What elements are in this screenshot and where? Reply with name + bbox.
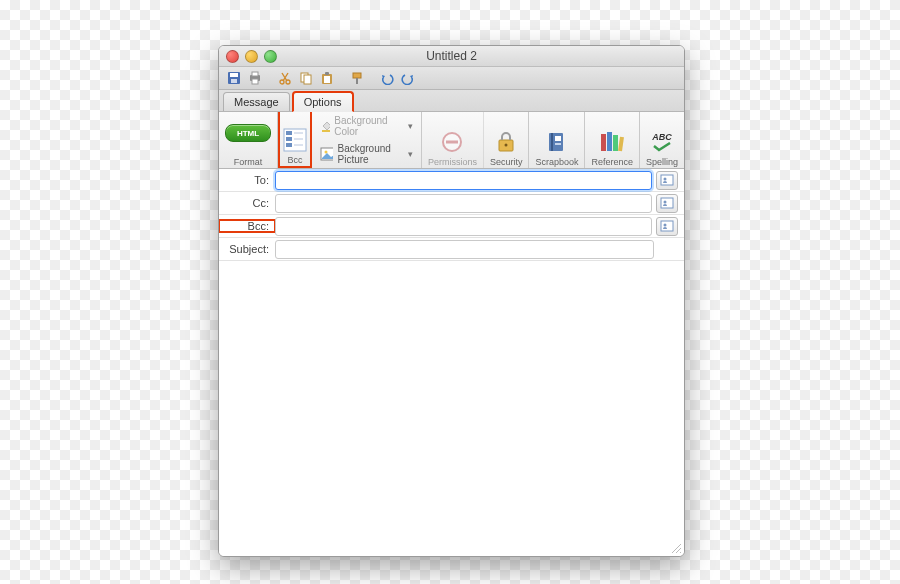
paste-icon[interactable] xyxy=(318,70,336,87)
svg-rect-41 xyxy=(661,221,673,231)
svg-rect-14 xyxy=(356,78,358,84)
redo-icon[interactable] xyxy=(399,70,417,87)
subject-input[interactable] xyxy=(275,240,654,259)
svg-rect-2 xyxy=(231,79,237,83)
svg-rect-32 xyxy=(555,143,561,145)
svg-point-6 xyxy=(280,80,284,84)
svg-rect-11 xyxy=(324,76,330,83)
tab-message[interactable]: Message xyxy=(223,92,290,111)
chevron-down-icon: ▾ xyxy=(408,121,413,131)
svg-line-43 xyxy=(672,544,681,553)
spellcheck-icon: ABC xyxy=(648,128,676,156)
format-label: Format xyxy=(234,157,263,167)
bcc-input[interactable] xyxy=(275,217,652,236)
svg-rect-30 xyxy=(551,133,553,151)
tab-options[interactable]: Options xyxy=(292,91,354,112)
svg-point-42 xyxy=(664,224,667,227)
svg-rect-34 xyxy=(607,132,612,151)
to-input[interactable] xyxy=(275,171,652,190)
undo-icon[interactable] xyxy=(378,70,396,87)
format-group[interactable]: HTML Format xyxy=(219,112,278,168)
bcc-label: Bcc xyxy=(287,155,302,165)
svg-rect-36 xyxy=(618,137,624,151)
svg-point-28 xyxy=(505,144,508,147)
svg-rect-26 xyxy=(446,141,458,144)
security-button[interactable]: Security xyxy=(484,112,530,168)
ribbon-tabs: Message Options xyxy=(219,90,684,112)
bcc-icon xyxy=(281,126,309,154)
paint-bucket-icon xyxy=(320,120,330,132)
scrapbook-button[interactable]: Scrapbook xyxy=(529,112,585,168)
html-pill: HTML xyxy=(225,124,271,142)
address-book-icon xyxy=(660,174,674,186)
svg-rect-9 xyxy=(304,75,311,84)
message-body[interactable] xyxy=(219,261,684,556)
svg-point-7 xyxy=(286,80,290,84)
background-color-button[interactable]: Background Color ▾ xyxy=(320,114,413,138)
svg-rect-37 xyxy=(661,175,673,185)
copy-icon[interactable] xyxy=(297,70,315,87)
svg-rect-4 xyxy=(252,72,258,76)
close-window-button[interactable] xyxy=(226,50,239,63)
lock-icon xyxy=(492,128,520,156)
print-icon[interactable] xyxy=(246,70,264,87)
to-label: To: xyxy=(219,174,275,186)
background-group: Background Color ▾ Background Picture ▾ xyxy=(312,112,422,168)
svg-line-45 xyxy=(680,552,681,553)
picture-icon xyxy=(320,147,333,161)
svg-rect-22 xyxy=(322,130,330,132)
to-contacts-button[interactable] xyxy=(656,171,678,190)
bcc-contacts-button[interactable] xyxy=(656,217,678,236)
window-title: Untitled 2 xyxy=(219,49,684,63)
ribbon-options: HTML Format Bcc Background Color ▾ Backg… xyxy=(219,112,684,169)
resize-grip-icon[interactable] xyxy=(670,542,682,554)
no-entry-icon xyxy=(438,128,466,156)
svg-rect-13 xyxy=(353,73,361,78)
bcc-label: Bcc: xyxy=(219,220,275,232)
svg-rect-16 xyxy=(286,131,292,135)
svg-point-38 xyxy=(664,178,667,181)
cc-input[interactable] xyxy=(275,194,652,213)
bcc-toggle-button[interactable]: Bcc xyxy=(278,112,312,168)
svg-rect-17 xyxy=(286,137,292,141)
background-picture-button[interactable]: Background Picture ▾ xyxy=(320,142,413,166)
save-icon[interactable] xyxy=(225,70,243,87)
cut-icon[interactable] xyxy=(276,70,294,87)
svg-rect-39 xyxy=(661,198,673,208)
svg-rect-33 xyxy=(601,134,606,151)
minimize-window-button[interactable] xyxy=(245,50,258,63)
subject-label: Subject: xyxy=(219,243,275,255)
svg-rect-12 xyxy=(325,72,329,75)
reference-button[interactable]: Reference xyxy=(585,112,640,168)
quick-access-toolbar xyxy=(219,67,684,90)
titlebar: Untitled 2 xyxy=(219,46,684,67)
cc-label: Cc: xyxy=(219,197,275,209)
svg-point-40 xyxy=(664,201,667,204)
format-painter-icon[interactable] xyxy=(348,70,366,87)
cc-contacts-button[interactable] xyxy=(656,194,678,213)
svg-rect-31 xyxy=(555,136,561,141)
svg-rect-35 xyxy=(613,135,618,151)
scrapbook-icon xyxy=(543,128,571,156)
permissions-button[interactable]: Permissions xyxy=(422,112,484,168)
spelling-button[interactable]: ABC Spelling xyxy=(640,112,684,168)
svg-rect-5 xyxy=(252,79,258,84)
svg-rect-18 xyxy=(286,143,292,147)
address-header: To: Cc: Bcc: Subject: xyxy=(219,169,684,261)
svg-rect-1 xyxy=(230,73,238,77)
books-icon xyxy=(598,128,626,156)
compose-window: Untitled 2 Message Op xyxy=(218,45,685,557)
chevron-down-icon: ▾ xyxy=(408,149,413,159)
zoom-window-button[interactable] xyxy=(264,50,277,63)
